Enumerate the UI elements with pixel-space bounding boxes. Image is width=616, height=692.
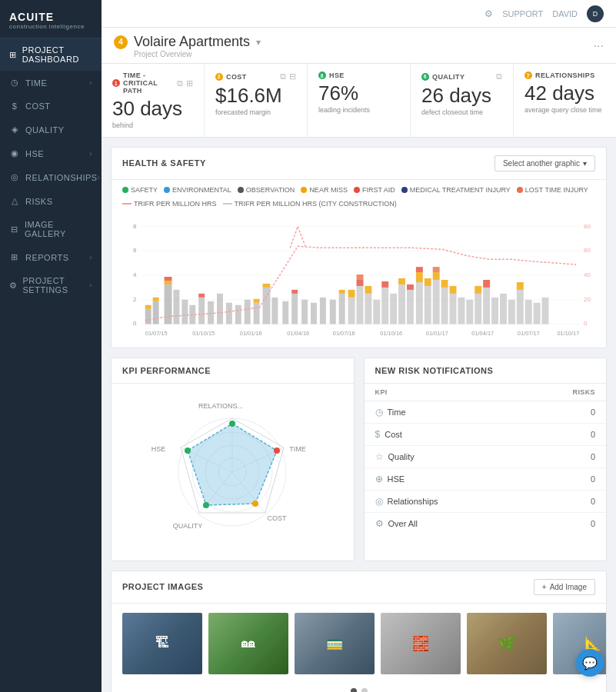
svg-rect-40 [301,299,308,324]
kpi-value-quality: 26 days [421,85,502,107]
image-thumb-2[interactable]: 🏘 [208,613,288,674]
project-images-panel: PROJECT IMAGES + Add Image 🏗 🏘 🚃 🧱 🌿 [111,571,607,692]
sidebar-label-settings: PROJECT SETTINGS [23,276,90,294]
svg-rect-50 [357,274,364,280]
project-dropdown-btn[interactable]: ▾ [256,37,261,48]
svg-rect-77 [483,287,490,324]
svg-rect-53 [373,299,380,324]
svg-rect-17 [153,301,159,324]
image-thumb-1[interactable]: 🏗 [122,613,202,674]
sidebar-label-time: TIME [25,78,47,88]
chevron-icon: › [90,79,93,87]
sidebar-item-cost[interactable]: $ COST [0,95,102,118]
avatar[interactable]: D [587,5,604,22]
svg-rect-49 [357,280,364,286]
quality-icon: ◈ [9,125,20,135]
svg-rect-57 [398,284,405,324]
svg-rect-18 [153,297,159,301]
svg-rect-52 [365,286,371,294]
risk-notif-title: NEW RISK NOTIFICATIONS [375,366,494,375]
legend-firstaid: FIRST AID [354,186,395,194]
pagination-dot-2[interactable] [361,688,368,692]
kpi-copy-icon3: ⧉ [496,72,502,82]
add-image-btn[interactable]: + Add Image [534,579,595,595]
legend-dash-trifr [122,203,132,205]
risk-value-overall: 0 [549,519,595,528]
svg-text:60: 60 [584,247,591,254]
project-badge: 4 [114,35,128,49]
risk-row-cost: $ Cost 0 [365,424,607,446]
svg-rect-25 [198,297,205,324]
cost-icon: $ [9,101,20,111]
svg-rect-43 [330,299,336,324]
sidebar-label-dashboard: PROJECT DASHBOARD [22,45,92,64]
kpi-dot-hse: 8 [318,72,326,79]
radar-chart: RELATIONS... TIME COST QUALITY HSE [148,399,317,545]
chat-button[interactable]: 💬 [576,649,604,677]
sidebar: ACUITE construction intelligence ⊞ PROJE… [0,0,102,692]
risk-col-kpi: KPI [375,388,550,396]
kpi-sub-time: behind [112,121,193,129]
svg-text:TIME: TIME [290,445,307,453]
sidebar-label-reports: REPORTS [25,253,68,262]
svg-text:80: 80 [584,222,591,229]
sidebar-item-relationships[interactable]: ◎ RELATIONSHIPS › [0,165,102,189]
svg-rect-36 [271,297,278,324]
svg-text:40: 40 [584,271,591,278]
svg-text:0: 0 [133,320,137,327]
sidebar-item-quality[interactable]: ◈ QUALITY [0,118,102,141]
risk-icon-hse: ⊕ [375,474,383,484]
sidebar-item-project-settings[interactable]: ⚙ PROJECT SETTINGS › [0,269,102,301]
svg-text:RELATIONS...: RELATIONS... [198,402,243,410]
svg-rect-20 [165,281,172,284]
project-title: Volaire Apartments [134,34,250,50]
svg-rect-38 [291,293,298,324]
risk-value-hse: 0 [549,474,595,484]
sidebar-item-risks[interactable]: △ RISKS [0,189,102,213]
select-graphic-btn[interactable]: Select another graphic ▾ [494,155,595,171]
legend-dot-observation [238,187,244,193]
svg-text:01/10/17: 01/10/17 [557,330,579,337]
svg-text:01/01/16: 01/01/16 [240,330,262,337]
svg-rect-23 [181,299,188,324]
svg-point-116 [203,502,209,508]
pagination-dot-1[interactable] [351,688,357,692]
sidebar-item-hse[interactable]: ◉ HSE › [0,141,102,165]
kpi-card-quality: 6 QUALITY ⧉ 26 days defect closeout time [411,64,514,137]
risk-row-relationships: ◎ Relationships 0 [365,491,607,513]
sidebar-item-reports[interactable]: ⊞ REPORTS › [0,245,102,269]
svg-rect-54 [381,287,388,324]
risk-label-overall: Over All [388,519,418,528]
svg-rect-44 [339,293,345,324]
svg-rect-69 [441,287,448,324]
logo-sub: construction intelligence [9,23,92,30]
kpi-dot-time: 1 [112,79,120,87]
hse-icon: ◉ [9,148,20,158]
image-thumb-5[interactable]: 🌿 [467,613,547,674]
support-link[interactable]: SUPPORT [502,9,543,18]
svg-rect-39 [291,289,298,293]
svg-rect-48 [357,286,364,324]
sidebar-item-image-gallery[interactable]: ⊟ IMAGE GALLERY [0,213,102,245]
svg-rect-59 [407,289,414,324]
image-thumb-4[interactable]: 🧱 [381,613,461,674]
svg-text:6: 6 [133,247,137,254]
svg-point-117 [185,447,191,454]
svg-text:01/01/17: 01/01/17 [426,330,448,337]
svg-rect-26 [198,293,205,297]
sidebar-item-project-dashboard[interactable]: ⊞ PROJECT DASHBOARD [0,38,102,71]
kpi-title-hse: HSE [329,72,345,79]
kpi-copy-icon: ⧉ [177,78,183,88]
risk-label-cost: Cost [385,430,402,439]
svg-rect-86 [542,297,549,324]
pagination [112,684,606,692]
image-thumb-3[interactable]: 🚃 [295,613,375,674]
logo-text: ACUITE [9,11,92,23]
two-col-section: KPI PERFORMANCE RELATIONS... TIME COST Q… [111,358,607,561]
sidebar-item-time[interactable]: ◷ TIME › [0,71,102,95]
kpi-sub-hse: leading incidents [318,106,399,114]
kpi-title-quality: QUALITY [432,73,464,81]
svg-text:01/07/16: 01/07/16 [333,330,355,337]
svg-rect-67 [433,272,440,280]
project-menu-btn[interactable]: ··· [594,39,604,53]
